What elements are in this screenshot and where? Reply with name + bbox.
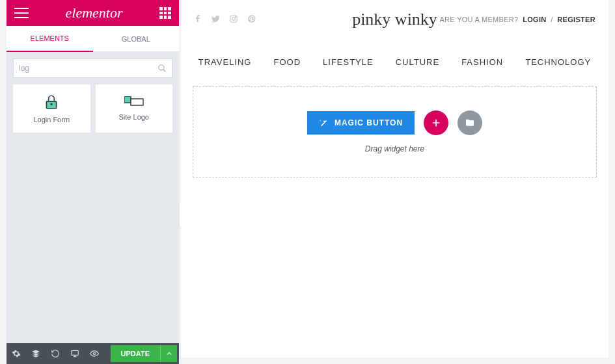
search-box [13, 58, 172, 78]
settings-icon[interactable] [7, 343, 26, 364]
login-link[interactable]: LOGIN [523, 16, 546, 23]
dropzone-actions: MAGIC BUTTON [307, 110, 482, 135]
preview-icon[interactable] [85, 343, 104, 364]
editor-canvas: pinky winky ARE YOU A MEMBER? LOGIN / RE… [181, 0, 608, 358]
panel-tabs: ELEMENTS GLOBAL [7, 26, 179, 52]
nav-item[interactable]: FASHION [461, 57, 503, 67]
update-button[interactable]: UPDATE [111, 345, 160, 362]
history-icon[interactable] [46, 343, 65, 364]
search-icon [157, 64, 167, 73]
svg-point-12 [236, 16, 236, 17]
widget-login-form[interactable]: Login Form [13, 84, 90, 133]
widgets-list: Login Form Site Logo [7, 84, 179, 133]
drag-hint: Drag widget here [365, 144, 424, 153]
svg-point-11 [232, 17, 236, 20]
nav-item[interactable]: TECHNOLOGY [525, 57, 591, 67]
social-icons [194, 14, 256, 25]
svg-rect-6 [72, 350, 79, 355]
svg-point-0 [159, 65, 164, 70]
site-logo-text: pinky winky [352, 10, 437, 29]
nav-item[interactable]: CULTURE [396, 57, 439, 67]
instagram-icon[interactable] [229, 14, 238, 25]
hamburger-icon[interactable] [14, 8, 29, 18]
register-link[interactable]: REGISTER [557, 16, 595, 23]
svg-line-1 [163, 70, 166, 72]
tab-global[interactable]: GLOBAL [93, 26, 180, 52]
panel-footer: UPDATE [7, 343, 179, 364]
magic-button-label: MAGIC BUTTON [335, 118, 403, 127]
responsive-icon[interactable] [65, 343, 85, 364]
twitter-icon[interactable] [211, 14, 220, 25]
widget-label: Site Logo [119, 113, 149, 121]
pinterest-icon[interactable] [247, 14, 256, 25]
widget-site-logo[interactable]: Site Logo [96, 84, 173, 133]
template-library-button[interactable] [458, 110, 482, 135]
lock-icon [43, 94, 60, 110]
panel-header: elementor [7, 0, 179, 26]
facebook-icon[interactable] [194, 14, 202, 25]
wand-icon [319, 118, 328, 127]
member-links: ARE YOU A MEMBER? LOGIN / REGISTER [439, 16, 595, 23]
plus-icon [431, 118, 441, 128]
nav-item[interactable]: LIFESTYLE [323, 57, 374, 67]
add-section-button[interactable] [424, 110, 448, 135]
svg-rect-5 [131, 99, 143, 105]
search-wrap [7, 52, 179, 84]
nav-item[interactable]: TRAVELING [198, 57, 252, 67]
nav-item[interactable]: FOOD [273, 57, 301, 67]
magic-button[interactable]: MAGIC BUTTON [307, 111, 415, 135]
widgets-grid-icon[interactable] [159, 7, 171, 19]
update-options-button[interactable] [160, 345, 177, 362]
svg-point-3 [51, 103, 53, 105]
site-topbar: pinky winky ARE YOU A MEMBER? LOGIN / RE… [181, 0, 608, 39]
svg-point-9 [93, 352, 96, 355]
elementor-brand: elementor [66, 5, 123, 21]
search-input[interactable] [19, 64, 157, 73]
tab-elements[interactable]: ELEMENTS [7, 26, 93, 52]
navigator-icon[interactable] [26, 343, 46, 364]
caret-up-icon [167, 351, 172, 356]
widget-label: Login Form [33, 116, 70, 124]
logo-icon [124, 96, 144, 108]
folder-icon [465, 118, 475, 128]
member-prompt: ARE YOU A MEMBER? [439, 16, 518, 23]
svg-rect-4 [124, 96, 131, 103]
elementor-panel: elementor ELEMENTS GLOBAL Login Form Sit… [7, 0, 179, 364]
empty-section-dropzone[interactable]: MAGIC BUTTON Drag widget here [193, 86, 597, 177]
main-nav: TRAVELING FOOD LIFESTYLE CULTURE FASHION… [181, 39, 608, 84]
